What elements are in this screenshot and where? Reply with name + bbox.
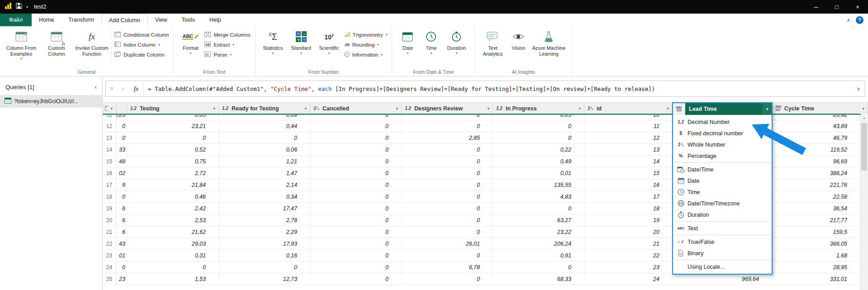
- row-number[interactable]: 14: [103, 144, 116, 155]
- cell-rft[interactable]: 2,78: [219, 214, 310, 226]
- save-icon[interactable]: [16, 3, 22, 11]
- cell-rft[interactable]: 0: [219, 132, 310, 143]
- cell-cancelled[interactable]: 0: [310, 191, 402, 202]
- cell-id[interactable]: 15: [584, 167, 673, 179]
- row-number[interactable]: 24: [103, 261, 116, 273]
- cell-designers[interactable]: 0: [402, 191, 493, 202]
- cell-cancelled[interactable]: 0: [310, 238, 402, 249]
- cell-hiddencol[interactable]: 02: [116, 167, 127, 179]
- column-header-id[interactable]: 1²₃ id ▾: [584, 103, 673, 114]
- trigonometry-button[interactable]: Trigonometry ▾: [344, 31, 388, 38]
- custom-column-button[interactable]: fx Custom Column: [39, 28, 74, 57]
- cell-inprogress[interactable]: 0: [493, 120, 584, 132]
- cell-testing[interactable]: 29,03: [127, 238, 219, 249]
- rounding-button[interactable]: .00 Rounding ▾: [344, 41, 388, 48]
- cell-hiddencol[interactable]: 0: [116, 191, 127, 202]
- tab-transform[interactable]: Transform: [61, 14, 101, 26]
- cell-rft[interactable]: 0: [219, 261, 310, 273]
- cell-hiddencol[interactable]: 48: [116, 156, 127, 167]
- text-analytics-button[interactable]: Text Analytics: [479, 28, 507, 57]
- cell-hiddencol[interactable]: 33: [116, 144, 127, 155]
- cell-inprogress[interactable]: 63,27: [493, 214, 584, 226]
- cell-cancelled[interactable]: 0: [310, 156, 402, 167]
- cell-inprogress[interactable]: 23,22: [493, 226, 584, 238]
- collapse-panel-icon[interactable]: ‹: [95, 83, 97, 90]
- tab-view[interactable]: View: [148, 14, 175, 26]
- column-header-designers-review[interactable]: 1.2 Designers Review ▾: [402, 103, 493, 114]
- cell-cycletime[interactable]: 1,68: [772, 250, 860, 261]
- cell-cancelled[interactable]: 0: [310, 226, 402, 238]
- cell-id[interactable]: 23: [584, 261, 673, 273]
- time-button[interactable]: Time ▾: [419, 28, 443, 55]
- cell-rft[interactable]: 0,44: [219, 120, 310, 132]
- column-header-clipped[interactable]: [116, 103, 127, 114]
- cell-hiddencol[interactable]: 0: [116, 120, 127, 132]
- cell-designers[interactable]: 0: [402, 203, 493, 214]
- quick-access-caret-icon[interactable]: ▾: [26, 5, 28, 9]
- cell-cancelled[interactable]: 0: [310, 167, 402, 179]
- format-button[interactable]: ABC Format ▾: [177, 28, 204, 55]
- tab-file[interactable]: Файл: [0, 14, 32, 26]
- cell-cycletime[interactable]: 221,76: [772, 179, 860, 190]
- cell-testing[interactable]: 0,46: [127, 191, 219, 202]
- cell-cycletime[interactable]: 388,24: [772, 167, 860, 179]
- cell-inprogress[interactable]: 0: [493, 261, 584, 273]
- row-number[interactable]: 17: [103, 179, 116, 190]
- cell-designers[interactable]: 0: [402, 120, 493, 132]
- cancel-icon[interactable]: ✕: [106, 86, 118, 92]
- cell-inprogress[interactable]: 4,83: [493, 191, 584, 202]
- date-button[interactable]: Date ▾: [396, 28, 419, 55]
- conditional-column-button[interactable]: Conditional Column: [114, 31, 169, 38]
- cell-designers[interactable]: 6,78: [402, 261, 493, 273]
- cell-rft[interactable]: 2,14: [219, 179, 310, 190]
- maximize-button[interactable]: □: [826, 0, 847, 14]
- filter-icon[interactable]: ▾: [303, 106, 308, 111]
- cell-id[interactable]: 24: [584, 273, 673, 285]
- cell-designers[interactable]: 0: [402, 167, 493, 179]
- minimize-button[interactable]: ─: [806, 0, 826, 14]
- cell-inprogress[interactable]: 0,49: [493, 156, 584, 167]
- cell-rft[interactable]: 17,47: [219, 203, 310, 214]
- cell-hiddencol[interactable]: 0: [116, 261, 127, 273]
- row-number[interactable]: 12: [103, 120, 116, 132]
- column-header-testing[interactable]: 1.2 Testing ▾: [127, 103, 219, 114]
- cell-cycletime[interactable]: 28,95: [772, 261, 860, 273]
- column-header-cycle-time[interactable]: ABC123 Cycle Time ▾: [772, 103, 868, 114]
- cell-testing[interactable]: 0,31: [127, 250, 219, 261]
- row-number[interactable]: 22: [103, 238, 116, 249]
- cell-hiddencol[interactable]: 9: [116, 179, 127, 190]
- azure-machine-learning-button[interactable]: Azure Machine Learning: [530, 28, 567, 57]
- select-all-corner[interactable]: ▾: [103, 103, 116, 114]
- cell-designers[interactable]: 26,01: [402, 238, 493, 249]
- cell-inprogress[interactable]: 68,33: [493, 273, 584, 285]
- cell-cancelled[interactable]: 0: [310, 203, 402, 214]
- cell-inprogress[interactable]: 135,55: [493, 179, 584, 190]
- cell-cancelled[interactable]: 0: [310, 214, 402, 226]
- cell-cycletime[interactable]: 36,54: [772, 203, 860, 214]
- cell-designers[interactable]: 2,85: [402, 132, 493, 143]
- cell-cancelled[interactable]: 0: [310, 261, 402, 273]
- cell-testing[interactable]: 0,75: [127, 156, 219, 167]
- row-number[interactable]: 25: [103, 273, 116, 285]
- collapse-ribbon-icon[interactable]: ∧: [847, 17, 850, 23]
- menu-item-using-locale[interactable]: Using Locale...: [673, 261, 772, 272]
- cell-inprogress[interactable]: 206,24: [493, 238, 584, 249]
- row-number[interactable]: 16: [103, 167, 116, 179]
- invoke-custom-function-button[interactable]: fx Invoke Custom Function: [74, 28, 109, 57]
- cell-testing[interactable]: 2,72: [127, 167, 219, 179]
- cell-rft[interactable]: 12,73: [219, 273, 310, 285]
- index-column-button[interactable]: Index Column ▾: [114, 41, 169, 48]
- cell-id[interactable]: 18: [584, 203, 673, 214]
- cell-id[interactable]: 11: [584, 120, 673, 132]
- row-number[interactable]: 21: [103, 226, 116, 238]
- filter-icon[interactable]: ▾: [665, 106, 670, 111]
- table-menu-caret-icon[interactable]: ▾: [109, 106, 114, 111]
- cell-leadtime[interactable]: 969,64: [673, 273, 772, 285]
- tab-help[interactable]: Help: [202, 14, 228, 26]
- cell-inprogress[interactable]: 0,22: [493, 144, 584, 155]
- query-list-item[interactable]: ?token=eyJhbGciOiJIUzI...: [0, 95, 102, 108]
- cell-designers[interactable]: 0: [402, 250, 493, 261]
- cell-hiddencol[interactable]: 6: [116, 214, 127, 226]
- cell-id[interactable]: 16: [584, 179, 673, 190]
- cell-rft[interactable]: 0,16: [219, 250, 310, 261]
